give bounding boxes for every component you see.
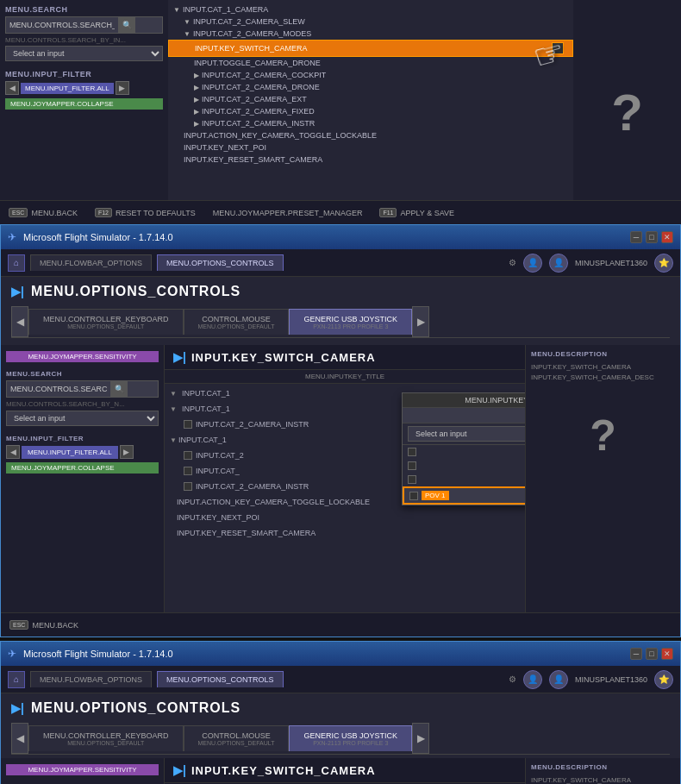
- maximize-button[interactable]: □: [646, 231, 658, 243]
- expand-arrow: ▼: [184, 30, 191, 38]
- ctrl-tab-prev-3[interactable]: ◀: [11, 723, 28, 754]
- nav-right-area: ⚙ 👤 👤 MINUSPLANET1360 ⭐: [509, 254, 673, 273]
- sensitivity-button-3[interactable]: MENU.JOYMAPPER.SENSITIVITY: [6, 764, 159, 775]
- dropdown-select[interactable]: Select an input: [408, 426, 525, 442]
- filter-arrow-right[interactable]: ▶: [120, 445, 134, 459]
- section-title-2: MENU.OPTIONS_CONTROLS: [31, 284, 241, 299]
- window-frame-2: ✈ Microsoft Flight Simulator - 1.7.14.0 …: [0, 224, 681, 637]
- expand-icon: ▼: [170, 436, 177, 444]
- ctrl-tab-mouse-sub-3: MENU.OPTIONS_DEFAULT: [198, 740, 275, 746]
- filter-section: MENU.INPUT_FILTER ◀ MENU.INPUT_FILTER.AL…: [6, 435, 159, 474]
- tree-item-label: INPUT.CAT_2_CAMERA_DRONE: [202, 83, 320, 91]
- ctrl-tab-keyboard[interactable]: MENU.CONTROLLER_KEYBOARD MENU.OPTIONS_DE…: [28, 309, 184, 335]
- controller-tabs-3: ◀ MENU.CONTROLLER_KEYBOARD MENU.OPTIONS_…: [11, 723, 670, 755]
- tree-item[interactable]: INPUT.KEY_NEXT_POI: [168, 141, 573, 154]
- inputkey-subtitle: MENU.INPUTKEY_TITLE: [165, 370, 525, 384]
- filter-arrow-left[interactable]: ◀: [6, 445, 20, 459]
- window-title: Microsoft Flight Simulator - 1.7.14.0: [23, 232, 623, 242]
- expand-arrow: ▶: [194, 120, 199, 128]
- sidebar-collapse-btn[interactable]: MENU.JOYMAPPER.COLLAPSE: [6, 462, 159, 474]
- question-mark-icon: ?: [611, 83, 643, 142]
- back-button[interactable]: ESC MENU.BACK: [9, 208, 78, 217]
- item-checkbox: [408, 475, 416, 484]
- tree-item[interactable]: ▶ INPUT.CAT_2_CAMERA_FIXED: [168, 105, 573, 117]
- nav-home-button[interactable]: ⌂: [8, 254, 25, 272]
- tree-label: INPUT.KEY_NEXT_POI: [177, 513, 259, 522]
- p1-search-section-title: MENU.SEARCH: [5, 5, 163, 14]
- input-key-arrow: ▶|: [173, 350, 186, 364]
- dropdown-search-input[interactable]: [403, 409, 525, 423]
- tree-label: INPUT.CAT_1: [182, 405, 230, 413]
- maximize-button-3[interactable]: □: [646, 648, 658, 660]
- settings-icon-3[interactable]: ⚙: [509, 674, 516, 684]
- ctrl-tab-keyboard-3[interactable]: MENU.CONTROLLER_KEYBOARD MENU.OPTIONS_DE…: [28, 725, 184, 751]
- nav-tab-controls[interactable]: MENU.OPTIONS_CONTROLS: [157, 254, 284, 271]
- p1-input-select[interactable]: Select an input: [5, 46, 163, 61]
- tree-item[interactable]: ▼ INPUT.CAT_2_CAMERA_MODES: [168, 28, 573, 40]
- dropdown-item[interactable]: [403, 473, 525, 486]
- p1-filter-row: ◀ MENU.INPUT_FILTER.ALL ▶: [5, 81, 163, 95]
- sensitivity-section: MENU.JOYMAPPER.SENSITIVITY: [6, 350, 159, 365]
- reset-defaults-button[interactable]: F12 RESET TO DEFAULTS: [95, 208, 196, 217]
- nav-tab-flowbar-3[interactable]: MENU.FLOWBAR_OPTIONS: [30, 671, 152, 687]
- ctrl-tab-keyboard-label-3: MENU.CONTROLLER_KEYBOARD: [43, 731, 169, 740]
- tree-item[interactable]: ▼ INPUT.CAT_2_CAMERA_SLEW: [168, 16, 573, 28]
- p1-filter-arrow-left[interactable]: ◀: [5, 81, 19, 95]
- tree-item[interactable]: INPUT.KEY_RESET_SMART_CAMERA: [168, 154, 573, 166]
- preset-manager-button[interactable]: MENU.JOYMAPPER.PRESET_MANAGER: [213, 209, 363, 217]
- dropdown-item[interactable]: [403, 445, 525, 459]
- tree-item[interactable]: ▶ INPUT.CAT_2_CAMERA_COCKPIT: [168, 69, 573, 81]
- dropdown-item-selected[interactable]: POV 1: [403, 486, 525, 505]
- sidebar-input-select[interactable]: Select an input: [6, 411, 159, 426]
- user-avatar2: 👤: [549, 254, 568, 273]
- p1-filter-arrow-right[interactable]: ▶: [116, 81, 129, 95]
- p1-collapse-btn[interactable]: MENU.JOYMAPPER.COLLAPSE: [5, 98, 163, 110]
- p2-back-button[interactable]: ESC MENU.BACK: [9, 620, 78, 630]
- close-button-3[interactable]: ✕: [661, 648, 673, 660]
- tree-item-label: INPUT.KEY_NEXT_POI: [184, 143, 266, 152]
- item-checkbox: [184, 467, 192, 475]
- nav-tab-controls-3[interactable]: MENU.OPTIONS_CONTROLS: [157, 671, 284, 687]
- tree-item[interactable]: INPUT.KEY_RESET_SMART_CAMERA: [165, 525, 525, 541]
- desc-item-2: INPUT.KEY_SWITCH_CAMERA_DESC: [531, 373, 675, 381]
- panel1-right-desc: ?: [573, 0, 681, 224]
- sidebar-search-input[interactable]: [7, 383, 110, 395]
- sidebar-search-btn[interactable]: 🔍: [110, 381, 128, 397]
- ctrl-tab-joystick-3[interactable]: GENERIC USB JOYSTICK PXN-2113 PRO PROFIL…: [289, 725, 412, 751]
- user-avatar-3b: 👤: [549, 670, 568, 689]
- tree-item[interactable]: ▶ INPUT.CAT_2_CAMERA_INSTR: [168, 117, 573, 129]
- ctrl-tab-next[interactable]: ▶: [412, 306, 429, 337]
- p1-filter-all-btn[interactable]: MENU.INPUT_FILTER.ALL: [21, 83, 114, 94]
- ctrl-tab-keyboard-sub: MENU.OPTIONS_DEFAULT: [43, 323, 169, 329]
- tree-item[interactable]: ▼ INPUT.CAT_1_CAMERA: [168, 3, 573, 16]
- settings-icon[interactable]: ⚙: [509, 258, 516, 267]
- ctrl-tab-mouse-3[interactable]: CONTROL.MOUSE MENU.OPTIONS_DEFAULT: [184, 725, 290, 751]
- tree-item[interactable]: ▶ INPUT.CAT_2_CAMERA_EXT: [168, 93, 573, 105]
- tree-item[interactable]: ▶ INPUT.CAT_2_CAMERA_DRONE: [168, 81, 573, 93]
- preset-label: MENU.JOYMAPPER.PRESET_MANAGER: [213, 209, 363, 217]
- minimize-button-3[interactable]: ─: [630, 648, 642, 660]
- tree-item-selected[interactable]: INPUT.KEY_SWITCH_CAMERA: [168, 40, 573, 57]
- p1-search-input[interactable]: [6, 19, 118, 31]
- ctrl-tab-joystick-sub-3: PXN-2113 PRO PROFILE 3: [303, 740, 397, 746]
- ctrl-tab-joystick[interactable]: GENERIC USB JOYSTICK PXN-2113 PRO PROFIL…: [289, 309, 412, 335]
- tree-item[interactable]: INPUT.KEY_NEXT_POI: [165, 510, 525, 525]
- tree-item[interactable]: INPUT.ACTION_KEY_CAMERA_TOGGLE_LOCKABLE: [168, 129, 573, 141]
- item-checkbox: [184, 482, 192, 491]
- ctrl-sidebar-2: MENU.JOYMAPPER.SENSITIVITY MENU.SEARCH 🔍…: [1, 345, 165, 612]
- p1-search-button[interactable]: 🔍: [118, 17, 135, 33]
- minimize-button[interactable]: ─: [630, 231, 642, 243]
- sensitivity-button[interactable]: MENU.JOYMAPPER.SENSITIVITY: [6, 351, 159, 362]
- nav-tab-flowbar[interactable]: MENU.FLOWBAR_OPTIONS: [30, 254, 152, 271]
- ctrl-center-3: ▶| INPUT.KEY_SWITCH_CAMERA MENU.INPUTKEY…: [165, 758, 525, 784]
- filter-all-btn[interactable]: MENU.INPUT_FILTER.ALL: [22, 446, 118, 459]
- ctrl-tab-prev[interactable]: ◀: [11, 306, 28, 337]
- close-button[interactable]: ✕: [661, 231, 673, 243]
- nav-home-button-3[interactable]: ⌂: [8, 671, 25, 688]
- apply-save-button[interactable]: F11 APPLY & SAVE: [379, 208, 454, 217]
- dropdown-item[interactable]: [403, 459, 525, 473]
- username-label: MINUSPLANET1360: [575, 259, 647, 267]
- tree-item[interactable]: INPUT.TOGGLE_CAMERA_DRONE: [168, 57, 573, 69]
- ctrl-tab-next-3[interactable]: ▶: [412, 723, 429, 754]
- ctrl-tab-mouse[interactable]: CONTROL.MOUSE MENU.OPTIONS_DEFAULT: [184, 309, 290, 335]
